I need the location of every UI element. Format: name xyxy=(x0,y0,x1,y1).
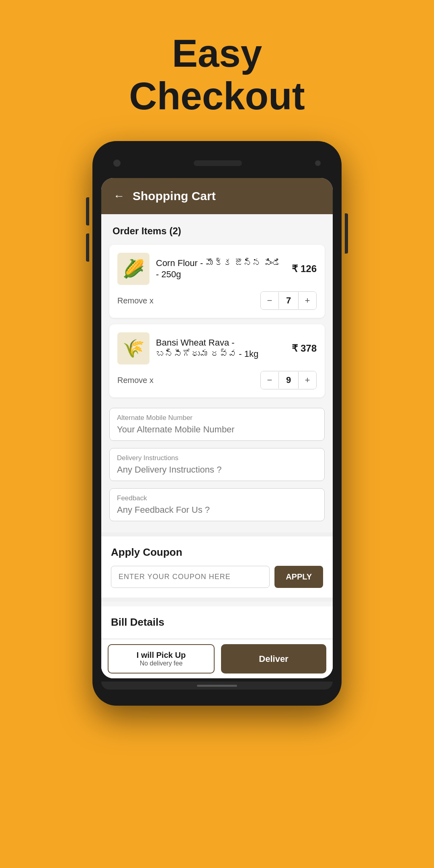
item-2-name: Bansi Wheat Rava - బన్సీగోధుమ రవ్వ - 1kg xyxy=(156,337,285,360)
front-camera xyxy=(113,160,121,167)
feedback-label: Feedback xyxy=(117,494,317,502)
item-1-qty-increase[interactable]: + xyxy=(299,292,316,309)
power-button xyxy=(345,213,348,254)
pickup-button-sublabel: No delivery fee xyxy=(140,660,183,667)
bill-section-title: Bill Details xyxy=(111,616,323,628)
divider-1 xyxy=(101,532,333,536)
coupon-section-title: Apply Coupon xyxy=(111,546,323,559)
pickup-button[interactable]: I will Pick Up No delivery fee xyxy=(108,644,215,674)
alternate-mobile-group: Alternate Mobile Number xyxy=(109,408,325,441)
bottom-action-bar: I will Pick Up No delivery fee Deliver xyxy=(101,639,333,678)
item-1-remove-button[interactable]: Remove x xyxy=(117,296,154,305)
alternate-mobile-label: Alternate Mobile Number xyxy=(117,414,317,422)
feedback-input[interactable] xyxy=(117,505,317,515)
volume-up-button xyxy=(86,197,89,225)
back-button[interactable]: ← xyxy=(113,190,125,203)
item-2-price: ₹ 378 xyxy=(292,343,317,354)
cart-item-1: 🌽 Corn Flour - మొక్క జొన్న పిండి - 250g … xyxy=(109,245,325,318)
bill-section: Bill Details xyxy=(101,606,333,638)
pickup-button-label: I will Pick Up xyxy=(137,651,186,660)
item-1-name: Corn Flour - మొక్క జొన్న పిండి - 250g xyxy=(156,258,285,280)
form-section: Alternate Mobile Number Delivery Instruc… xyxy=(101,404,333,532)
phone-home-bar xyxy=(101,682,333,690)
volume-down-button xyxy=(86,233,89,262)
screen-content: Order Items (2) 🌽 Corn Flour - మొక్క జొన… xyxy=(101,214,333,678)
alternate-mobile-input[interactable] xyxy=(117,424,317,435)
item-1-qty-control: − 7 + xyxy=(260,291,317,310)
phone-frame: ← Shopping Cart Order Items (2) 🌽 Corn F… xyxy=(92,141,342,706)
sensor xyxy=(315,160,321,166)
order-items-label: Order Items (2) xyxy=(101,214,333,245)
item-1-qty-value: 7 xyxy=(278,292,299,309)
item-1-price: ₹ 126 xyxy=(292,263,317,274)
cart-item-2: 🌾 Bansi Wheat Rava - బన్సీగోధుమ రవ్వ - 1… xyxy=(109,324,325,397)
item-2-image: 🌾 xyxy=(117,332,149,364)
item-2-qty-increase[interactable]: + xyxy=(299,371,316,389)
apply-coupon-button[interactable]: APPLY xyxy=(274,566,323,588)
phone-notch xyxy=(101,153,333,173)
deliver-button[interactable]: Deliver xyxy=(221,644,326,674)
coupon-input[interactable] xyxy=(111,566,270,588)
coupon-row: APPLY xyxy=(111,566,323,588)
page-title: Shopping Cart xyxy=(133,189,216,203)
item-2-remove-button[interactable]: Remove x xyxy=(117,376,154,385)
coupon-section: Apply Coupon APPLY xyxy=(101,536,333,598)
home-indicator xyxy=(197,685,237,687)
app-header: ← Shopping Cart xyxy=(101,178,333,214)
phone-screen: ← Shopping Cart Order Items (2) 🌽 Corn F… xyxy=(101,178,333,678)
item-2-qty-decrease[interactable]: − xyxy=(261,371,278,389)
delivery-instructions-label: Delivery Instructions xyxy=(117,454,317,462)
delivery-instructions-group: Delivery Instructions xyxy=(109,448,325,481)
item-1-qty-decrease[interactable]: − xyxy=(261,292,278,309)
item-2-qty-control: − 9 + xyxy=(260,371,317,389)
delivery-instructions-input[interactable] xyxy=(117,465,317,475)
hero-title: Easy Checkout xyxy=(129,32,305,117)
item-1-image: 🌽 xyxy=(117,253,149,285)
feedback-group: Feedback xyxy=(109,488,325,521)
divider-2 xyxy=(101,598,333,602)
speaker xyxy=(194,160,242,166)
item-2-qty-value: 9 xyxy=(278,372,299,389)
